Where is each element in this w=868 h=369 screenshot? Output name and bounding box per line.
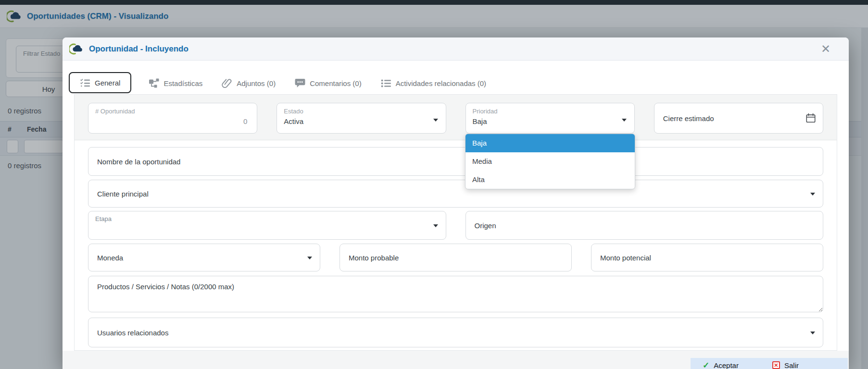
aceptar-button[interactable]: ✓ Aceptar [703,360,739,369]
chevron-down-icon [433,224,438,227]
opportunity-number-field[interactable]: # Oportunidad 0 [88,103,257,134]
dropdown-option-media[interactable]: Media [465,152,635,171]
chevron-down-icon [622,119,627,122]
aceptar-label: Aceptar [714,361,739,369]
tab-actividades[interactable]: Actividades relacionadas (0) [379,73,488,93]
productos-row [88,276,823,314]
moneda-select[interactable] [88,244,320,271]
close-icon[interactable]: ✕ [821,43,830,55]
prioridad-value: Baja [466,115,634,125]
cloud-logo-icon [69,43,84,55]
modal-header: Oportunidad - Incluyendo ✕ [63,37,849,61]
estado-select[interactable]: Estado Activa [277,103,446,134]
etapa-select[interactable]: Etapa [88,211,446,240]
tab-adjuntos[interactable]: Adjuntos (0) [220,73,277,93]
cierre-estimado-field[interactable] [654,103,823,134]
productos-textarea[interactable] [88,276,823,312]
tab-estadisticas[interactable]: Estadísticas [147,73,204,93]
montos-row [88,244,823,271]
dropdown-option-baja[interactable]: Baja [465,134,635,152]
usuarios-input[interactable] [88,329,823,337]
salir-label: Salir [784,361,799,369]
chevron-down-icon [810,332,815,334]
footer-button-bar: ✓ Aceptar ✕ Salir [691,358,848,369]
prioridad-dropdown: Baja Media Alta [465,134,635,189]
salir-button[interactable]: ✕ Salir [772,361,799,369]
sitemap-icon [149,78,159,88]
tab-bar: General Estadísticas [63,61,849,94]
nombre-field[interactable] [88,147,823,176]
form-body: Etapa [75,140,837,350]
opportunity-number-label: # Oportunidad [88,103,257,115]
monto-probable-field[interactable] [340,244,572,271]
origen-field[interactable] [465,211,824,240]
tab-label: Adjuntos (0) [237,79,276,87]
calendar-icon[interactable] [805,113,816,123]
modal-title: Oportunidad - Incluyendo [89,44,189,54]
form-panel: # Oportunidad 0 Estado Activa Prioridad … [74,94,837,351]
modal-footer: ✓ Aceptar ✕ Salir [63,351,849,369]
monto-potencial-input[interactable] [591,254,823,262]
chevron-down-icon [433,119,438,122]
checklist-icon [80,78,90,87]
cierre-estimado-input[interactable] [654,114,823,123]
tab-general[interactable]: General [69,72,131,93]
header-fields-band: # Oportunidad 0 Estado Activa Prioridad … [75,95,837,140]
cliente-principal-input[interactable] [88,190,823,198]
prioridad-label: Prioridad [466,103,634,115]
comment-icon [295,78,305,88]
opportunity-number-value: 0 [88,115,257,125]
moneda-input[interactable] [88,254,320,262]
origen-input[interactable] [466,221,823,230]
tab-label: General [95,79,120,87]
screen: Oportunidades (CRM) - Visualizando Filtr… [0,0,868,369]
tab-label: Actividades relacionadas (0) [396,79,486,87]
monto-potencial-field[interactable] [591,244,823,271]
tab-comentarios[interactable]: Comentarios (0) [293,73,364,93]
nombre-input[interactable] [88,158,823,166]
check-icon: ✓ [703,360,709,369]
usuarios-select[interactable] [88,318,823,347]
prioridad-select[interactable]: Prioridad Baja [465,103,635,134]
tab-label: Estadísticas [164,79,202,87]
x-box-icon: ✕ [772,361,780,369]
etapa-origen-row: Etapa [88,211,823,240]
etapa-label: Etapa [88,211,446,222]
chevron-down-icon [307,257,312,259]
cliente-principal-select[interactable] [88,180,823,208]
list-icon [381,78,391,88]
tab-label: Comentarios (0) [310,79,362,87]
estado-value: Activa [277,115,445,125]
estado-label: Estado [277,103,445,115]
monto-probable-input[interactable] [340,254,571,262]
chevron-down-icon [810,193,815,196]
dropdown-option-alta[interactable]: Alta [465,171,635,189]
opportunity-modal: Oportunidad - Incluyendo ✕ General [63,37,849,369]
paperclip-icon [222,78,232,88]
